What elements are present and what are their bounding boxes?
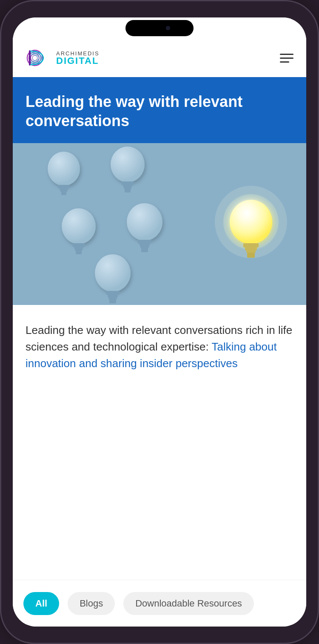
hero-image (13, 143, 306, 305)
svg-rect-10 (61, 192, 66, 195)
svg-rect-23 (140, 243, 150, 246)
svg-point-21 (127, 203, 162, 241)
hero-title: Leading the way with relevant conversati… (26, 92, 293, 130)
svg-rect-4 (29, 50, 31, 66)
logo-text: ARCHIMEDIS DIGITAL (56, 51, 100, 66)
svg-rect-12 (121, 181, 134, 185)
camera-dot (166, 26, 170, 30)
hamburger-menu-button[interactable] (280, 54, 293, 63)
svg-rect-27 (106, 291, 120, 295)
svg-rect-7 (58, 185, 70, 188)
lightbulbs-illustration (13, 143, 306, 305)
svg-rect-35 (245, 247, 257, 250)
svg-point-3 (32, 55, 37, 60)
dynamic-island (125, 20, 194, 36)
svg-point-11 (111, 147, 145, 182)
phone-frame: ARCHIMEDIS DIGITAL Leading the way with … (0, 0, 319, 644)
tab-downloadable-resources[interactable]: Downloadable Resources (123, 592, 254, 615)
svg-rect-37 (247, 253, 255, 258)
phone-screen: ARCHIMEDIS DIGITAL Leading the way with … (13, 17, 306, 627)
svg-rect-15 (125, 189, 131, 193)
svg-rect-34 (243, 243, 259, 247)
svg-rect-28 (108, 294, 118, 297)
svg-rect-30 (109, 299, 116, 303)
svg-point-6 (48, 152, 80, 186)
tab-all[interactable]: All (23, 592, 59, 615)
status-bar (13, 17, 306, 39)
logo-icon (26, 45, 51, 71)
hamburger-line-2 (280, 58, 293, 59)
svg-point-16 (62, 208, 96, 244)
bottom-tabs: All Blogs Downloadable Resources (13, 580, 306, 627)
hamburger-line-3 (280, 61, 289, 63)
hamburger-line-1 (280, 54, 293, 55)
content-area: Leading the way with relevant conversati… (13, 305, 306, 580)
svg-point-33 (230, 200, 272, 244)
logo-area: ARCHIMEDIS DIGITAL (26, 45, 100, 71)
svg-rect-20 (76, 250, 82, 254)
svg-rect-25 (141, 248, 148, 252)
svg-rect-17 (72, 243, 85, 247)
svg-rect-22 (138, 240, 151, 244)
svg-point-26 (95, 254, 131, 292)
nav-header: ARCHIMEDIS DIGITAL (13, 39, 306, 77)
tab-blogs[interactable]: Blogs (68, 592, 115, 615)
content-body: Leading the way with relevant conversati… (26, 322, 293, 372)
logo-digital-text: DIGITAL (56, 56, 100, 66)
svg-rect-36 (246, 250, 256, 253)
hero-banner: Leading the way with relevant conversati… (13, 77, 306, 143)
